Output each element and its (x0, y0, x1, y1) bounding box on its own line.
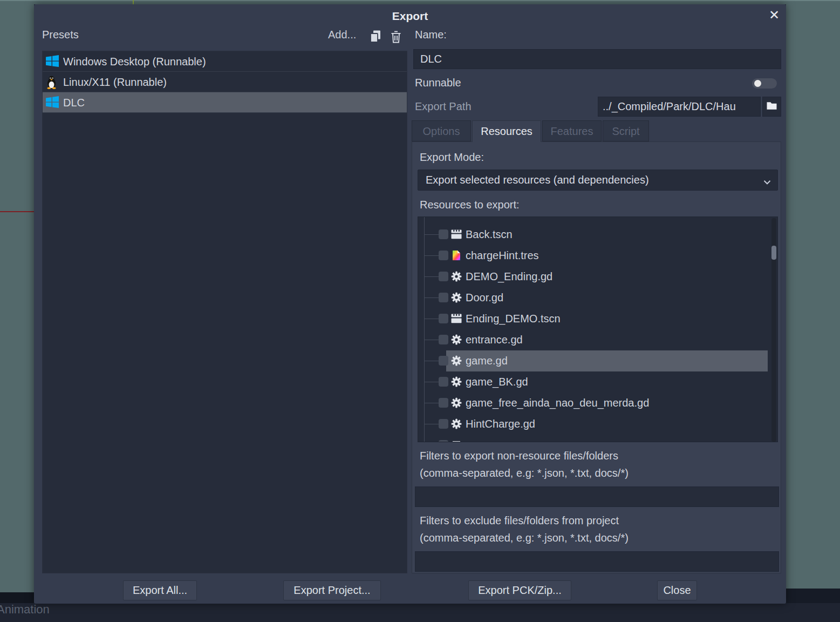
resource-checkbox[interactable] (439, 251, 448, 260)
resource-icon (451, 250, 462, 261)
resource-tree: Back.tscnchargeHint.tresDEMO_Ending.gdDo… (418, 217, 778, 442)
tree-item[interactable]: Door.gd (418, 287, 777, 308)
runnable-toggle[interactable] (752, 78, 777, 89)
tree-scrollbar-thumb[interactable] (771, 246, 776, 260)
preset-row[interactable]: Linux/X11 (Runnable) (43, 72, 407, 92)
scene-icon (451, 229, 462, 240)
tree-item[interactable]: Back.tscn (418, 224, 777, 245)
resource-checkbox[interactable] (439, 398, 448, 408)
tree-item-label: game_free_ainda_nao_deu_merda.gd (466, 393, 649, 414)
export-pck-zip-button[interactable]: Export PCK/Zip... (468, 580, 571, 600)
runnable-label: Runnable (415, 77, 461, 89)
tree-item[interactable]: Ending_DEMO.tscn (418, 308, 777, 329)
resource-checkbox[interactable] (439, 377, 448, 387)
tree-item[interactable]: entrance.gd (418, 329, 777, 350)
export-project-button[interactable]: Export Project... (283, 580, 381, 600)
editor-bottom-panel (0, 603, 840, 622)
script-icon (451, 397, 462, 408)
tree-item-label: game_BK.gd (466, 371, 528, 393)
export-path-input[interactable] (598, 97, 761, 117)
windows-logo-icon (46, 55, 59, 68)
filters-exclude-input[interactable] (415, 551, 779, 572)
tab-script[interactable]: Script (603, 120, 649, 141)
export-path-label: Export Path (415, 100, 472, 113)
script-icon (451, 334, 462, 345)
resource-checkbox[interactable] (439, 419, 448, 429)
tree-item-label: entrance.gd (466, 329, 523, 350)
script-icon (451, 292, 462, 303)
editor-background-topline (0, 0, 840, 1)
tree-item[interactable]: game_free_ainda_nao_deu_merda.gd (418, 393, 777, 414)
tree-connector-line (424, 403, 439, 403)
filters-exclude-label-line2: (comma-separated, e.g: *.json, *.txt, do… (420, 532, 629, 544)
tree-item-label: Ending_DEMO.tscn (466, 308, 561, 329)
export-mode-dropdown[interactable]: Export selected resources (and dependenc… (418, 170, 778, 191)
export-mode-label: Export Mode: (420, 151, 484, 164)
tree-item[interactable]: game.gd (418, 350, 777, 371)
export-mode-value: Export selected resources (and dependenc… (426, 170, 649, 190)
folder-icon (767, 102, 777, 112)
tab-resources[interactable]: Resources (472, 120, 541, 142)
resources-panel: Export Mode: Export selected resources (… (412, 141, 781, 573)
tree-item[interactable]: DEMO_Ending.gd (418, 266, 777, 287)
preset-row[interactable]: DLC (43, 92, 407, 113)
browse-path-button[interactable] (762, 97, 781, 117)
toggle-knob (754, 80, 761, 87)
tree-connector-line (424, 255, 439, 256)
filters-exclude-label-line1: Filters to exclude files/folders from pr… (420, 515, 619, 527)
tree-item[interactable]: game_BK.gd (418, 371, 777, 393)
tree-connector-line (424, 234, 439, 235)
resources-to-export-label: Resources to export: (420, 199, 520, 211)
script-icon (451, 355, 462, 366)
resource-checkbox[interactable] (439, 229, 448, 239)
name-input[interactable] (413, 49, 781, 69)
resource-checkbox[interactable] (439, 293, 448, 302)
preset-row[interactable]: Windows Desktop (Runnable) (43, 51, 407, 72)
resource-checkbox[interactable] (439, 440, 448, 442)
add-preset-button[interactable]: Add... (328, 29, 356, 41)
editor-background-right (786, 4, 840, 589)
resource-checkbox[interactable] (439, 356, 448, 366)
preset-label: DLC (63, 92, 85, 113)
tree-connector-line (424, 361, 439, 361)
tree-connector-line (424, 424, 439, 424)
tree-item[interactable]: HintCharge.gd (418, 414, 777, 435)
presets-list: Windows Desktop (Runnable)Linux/X11 (Run… (42, 51, 407, 573)
resource-checkbox[interactable] (439, 314, 448, 323)
filters-export-label-line1: Filters to export non-resource files/fol… (420, 450, 618, 462)
tree-connector-line (424, 340, 439, 340)
script-icon (451, 418, 462, 429)
tab-features[interactable]: Features (542, 120, 602, 141)
timeline-cursor-line (133, 0, 134, 4)
dialog-title: Export (34, 10, 786, 23)
tree-item-label: Door.gd (466, 287, 503, 308)
tree-connector-line (424, 382, 439, 382)
preset-label: Linux/X11 (Runnable) (63, 72, 167, 92)
delete-preset-icon[interactable] (390, 30, 404, 44)
chevron-down-icon (763, 178, 771, 187)
linux-logo-icon (46, 76, 59, 89)
close-icon[interactable]: ✕ (769, 8, 780, 23)
scene-icon (451, 313, 462, 324)
export-all-button[interactable]: Export All... (123, 580, 197, 600)
tree-item-label: Back.tscn (466, 224, 513, 245)
filters-export-input[interactable] (415, 486, 779, 507)
editor-background-left (0, 4, 34, 592)
script-icon (451, 376, 462, 387)
presets-header: Presets (42, 29, 79, 41)
tree-item[interactable] (418, 217, 777, 224)
tree-connector-line (424, 276, 439, 277)
close-button[interactable]: Close (657, 580, 697, 600)
tree-connector-line (424, 298, 439, 298)
name-label: Name: (415, 29, 447, 41)
tree-item-label: DEMO_Ending.gd (466, 266, 552, 287)
resource-checkbox[interactable] (439, 335, 448, 344)
tree-item[interactable] (418, 435, 777, 442)
preset-label: Windows Desktop (Runnable) (63, 51, 206, 72)
tab-options[interactable]: Options (412, 120, 471, 141)
animation-panel-label: Animation (0, 603, 50, 617)
tree-item[interactable]: chargeHint.tres (418, 245, 777, 266)
duplicate-preset-icon[interactable] (368, 30, 383, 44)
filters-export-label-line2: (comma-separated, e.g: *.json, *.txt, do… (420, 467, 629, 479)
resource-checkbox[interactable] (439, 272, 448, 281)
